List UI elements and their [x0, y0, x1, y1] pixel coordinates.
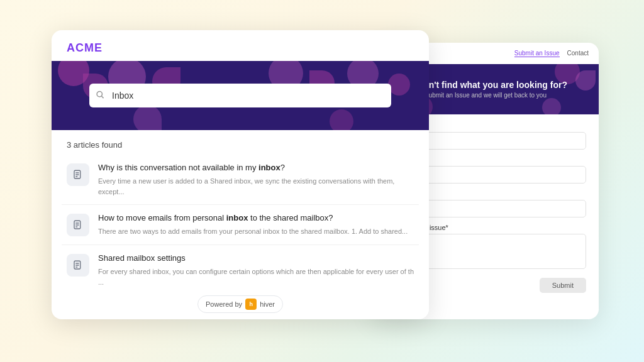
svg-point-0: [97, 92, 102, 97]
article-list: Why is this conversation not available i…: [52, 155, 429, 295]
article-content: Why is this conversation not available i…: [98, 162, 414, 197]
search-hero: [52, 61, 429, 130]
footer: Powered by h hiver: [52, 289, 429, 319]
article-excerpt: Every time a new user is added to a Shar…: [98, 176, 414, 197]
search-bar-wrap: [89, 84, 391, 107]
article-item[interactable]: Why is this conversation not available i…: [62, 155, 419, 205]
search-icon: [96, 90, 104, 101]
front-logo: ACME: [52, 30, 429, 61]
article-title: How to move emails from personal inbox t…: [98, 212, 408, 224]
nav-link-contact[interactable]: Contact: [567, 50, 589, 57]
article-icon: [67, 163, 89, 186]
article-title: Why is this conversation not available i…: [98, 162, 414, 173]
article-content: Shared mailbox settings For every shared…: [98, 253, 414, 287]
hiver-brand-text: hiver: [260, 300, 275, 308]
powered-by-badge: Powered by h hiver: [197, 295, 283, 313]
search-input[interactable]: [89, 84, 391, 107]
article-item[interactable]: Shared mailbox settings For every shared…: [62, 245, 419, 295]
powered-by-text: Powered by: [206, 300, 242, 308]
article-icon: [67, 254, 89, 277]
submit-button[interactable]: Submit: [540, 278, 586, 293]
results-count: 3 articles found: [52, 130, 429, 155]
article-content: How to move emails from personal inbox t…: [98, 212, 408, 237]
article-title: Shared mailbox settings: [98, 253, 414, 264]
back-hero-subtitle: Submit an Issue and we will get back to …: [425, 92, 547, 99]
search-results-panel: ACME: [52, 30, 429, 319]
article-icon: [67, 214, 89, 236]
back-nav-links: Submit an Issue Contact: [514, 50, 589, 57]
article-item[interactable]: How to move emails from personal inbox t…: [62, 205, 419, 245]
article-excerpt: There are two ways to add emails from yo…: [98, 226, 408, 237]
hiver-logo-icon: h: [245, 299, 257, 310]
svg-line-1: [101, 96, 103, 98]
article-excerpt: For every shared inbox, you can configur…: [98, 266, 414, 287]
nav-link-submit[interactable]: Submit an Issue: [514, 50, 560, 57]
